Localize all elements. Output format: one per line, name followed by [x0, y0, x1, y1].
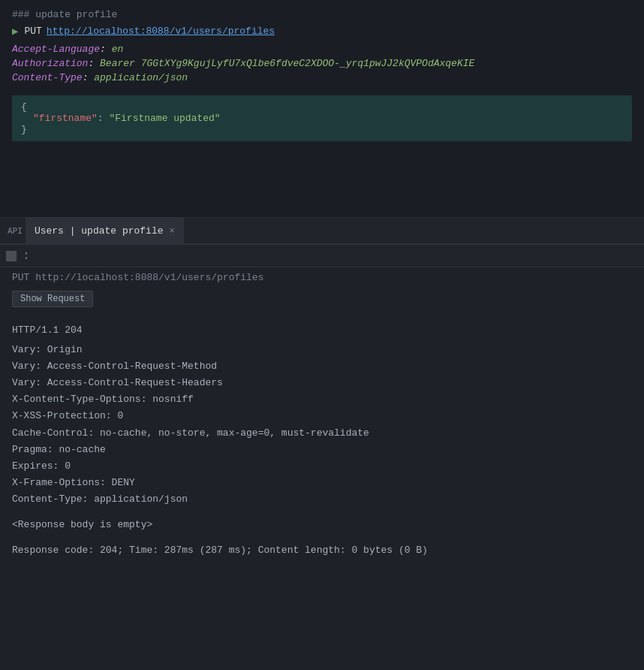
response-vary-acr-method: Vary: Access-Control-Request-Method	[12, 358, 632, 375]
response-cache-control: Cache-Control: no-cache, no-store, max-a…	[12, 425, 632, 442]
response-x-frame-options: X-Frame-Options: DENY	[12, 475, 632, 491]
response-pragma: Pragma: no-cache	[12, 442, 632, 458]
response-status-line: HTTP/1.1 204	[12, 322, 632, 339]
body-close-brace: }	[21, 124, 623, 135]
response-content: HTTP/1.1 204 Vary: Origin Vary: Access-C…	[0, 319, 644, 571]
header-authorization: Authorization: Bearer 7GGtXYg9KgujLyfU7x…	[12, 58, 632, 69]
response-toolbar: :	[0, 245, 644, 267]
response-summary: Response code: 204; Time: 287ms (287 ms)…	[12, 542, 632, 559]
tab-close-button[interactable]: ×	[170, 226, 175, 237]
response-panel: : PUT http://localhost:8088/v1/users/pro…	[0, 245, 644, 670]
tab-api-prefix: API	[8, 226, 23, 236]
body-field: "firstname": "Firstname updated"	[21, 113, 623, 124]
request-comment: ### update profile	[12, 9, 632, 20]
request-method: PUT	[24, 26, 41, 37]
response-x-xss-protection: X-XSS-Protection: 0	[12, 408, 632, 424]
response-url: PUT http://localhost:8088/v1/users/profi…	[0, 267, 644, 288]
response-vary-acr-headers: Vary: Access-Control-Request-Headers	[12, 375, 632, 391]
request-url[interactable]: http://localhost:8088/v1/users/profiles	[47, 26, 275, 37]
header-accept-language: Accept-Language: en	[12, 44, 632, 55]
tab-users-update-label: Users | update profile	[35, 225, 164, 237]
request-panel: ### update profile ▶ PUT http://localhos…	[0, 0, 644, 218]
play-icon[interactable]: ▶	[12, 25, 18, 38]
tab-update-profile[interactable]: Users | update profile ×	[26, 217, 184, 244]
request-line: ▶ PUT http://localhost:8088/v1/users/pro…	[12, 25, 632, 38]
response-body-empty: <Response body is empty>	[12, 517, 632, 533]
body-open-brace: {	[21, 101, 623, 113]
show-request-button[interactable]: Show Request	[12, 291, 93, 307]
tab-bar: API Users | update profile ×	[0, 218, 644, 245]
request-body: { "firstname": "Firstname updated" }	[12, 95, 632, 141]
toolbar-square-icon	[6, 251, 17, 261]
show-request-button-wrapper: Show Request	[0, 288, 644, 319]
response-vary-origin: Vary: Origin	[12, 342, 632, 358]
toolbar-menu-icon[interactable]: :	[23, 249, 31, 263]
response-x-content-type-options: X-Content-Type-Options: nosniff	[12, 391, 632, 408]
response-expires: Expires: 0	[12, 458, 632, 475]
response-content-type: Content-Type: application/json	[12, 491, 632, 508]
header-content-type: Content-Type: application/json	[12, 72, 632, 83]
